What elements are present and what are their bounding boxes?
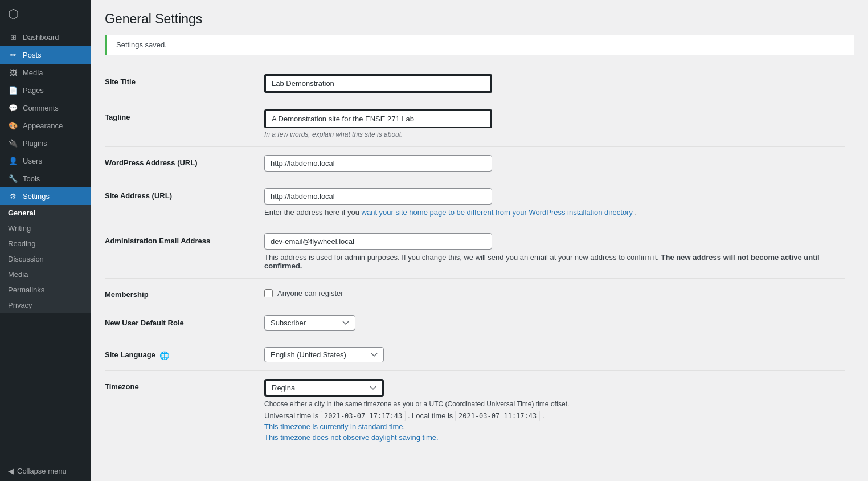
site-address-field: Enter the address here if you want your … [264,188,845,217]
site-language-field: English (United States) [264,347,845,362]
settings-icon: ⚙ [8,192,18,201]
main-content: General Settings Settings saved. Site Ti… [91,0,868,481]
plugins-icon: 🔌 [8,139,18,148]
membership-checkbox-label: Anyone can register [277,289,343,297]
dashboard-icon: ⊞ [8,33,18,42]
collapse-menu-button[interactable]: ◀ Collapse menu [0,461,91,481]
new-user-role-label: New User Default Role [105,315,264,327]
timezone-select[interactable]: Regina UTC America/Chicago America/New_Y… [264,379,384,397]
tagline-description: In a few words, explain what this site i… [264,131,845,138]
sidebar-item-label: Posts [23,51,42,59]
membership-field: Anyone can register [264,287,845,297]
sidebar-item-dashboard[interactable]: ⊞ Dashboard [0,28,91,46]
timezone-description: Choose either a city in the same timezon… [264,400,845,408]
site-language-select[interactable]: English (United States) [264,347,384,362]
wp-address-row: WordPress Address (URL) [105,147,845,180]
sidebar-item-users[interactable]: 👤 Users [0,152,91,170]
new-user-role-row: New User Default Role Subscriber Contrib… [105,307,845,339]
sidebar-item-appearance[interactable]: 🎨 Appearance [0,117,91,134]
timezone-row: Timezone Regina UTC America/Chicago Amer… [105,371,845,450]
appearance-icon: 🎨 [8,121,18,130]
site-address-link[interactable]: want your site home page to be different… [362,208,633,217]
site-title-field [264,74,845,93]
pages-icon: 📄 [8,86,18,95]
posts-icon: ✏ [8,51,18,59]
local-time: 2021-03-07 11:17:43 [455,411,540,421]
collapse-label: Collapse menu [17,467,67,475]
sidebar-item-label: Dashboard [23,33,59,42]
sidebar: ⬡ ⊞ Dashboard ✏ Posts 🖼 Media 📄 Pages 💬 … [0,0,91,481]
submenu-item-writing[interactable]: Writing [0,221,91,236]
tz-daylight-note-link[interactable]: This timezone does not observe daylight … [264,433,845,442]
submenu-item-media[interactable]: Media [0,267,91,282]
sidebar-item-label: Plugins [23,139,47,148]
membership-label: Membership [105,287,264,299]
tools-icon: 🔧 [8,174,18,183]
new-user-role-select[interactable]: Subscriber Contributor Author Editor Adm… [264,315,355,331]
site-title-label: Site Title [105,74,264,86]
membership-checkbox-row: Anyone can register [264,287,845,297]
tagline-label: Tagline [105,109,264,121]
sidebar-item-label: Appearance [23,121,63,130]
timezone-field: Regina UTC America/Chicago America/New_Y… [264,379,845,442]
new-user-role-field: Subscriber Contributor Author Editor Adm… [264,315,845,331]
comments-icon: 💬 [8,104,18,112]
sidebar-item-comments[interactable]: 💬 Comments [0,99,91,117]
site-address-row: Site Address (URL) Enter the address her… [105,180,845,225]
admin-email-row: Administration Email Address This addres… [105,225,845,279]
site-language-row: Site Language 🌐 English (United States) [105,339,845,371]
admin-email-note: This address is used for admin purposes.… [264,253,845,270]
page-title: General Settings [105,11,854,27]
sidebar-item-label: Settings [23,192,50,201]
site-address-label: Site Address (URL) [105,188,264,200]
sidebar-item-plugins[interactable]: 🔌 Plugins [0,134,91,152]
language-icon: 🌐 [159,351,169,360]
site-address-note: Enter the address here if you want your … [264,208,845,217]
sidebar-item-settings[interactable]: ⚙ Settings [0,187,91,205]
sidebar-item-tools[interactable]: 🔧 Tools [0,170,91,187]
sidebar-item-label: Media [23,68,43,77]
sidebar-item-label: Users [23,157,42,165]
settings-submenu: General Writing Reading Discussion Media… [0,205,91,313]
site-address-input[interactable] [264,188,492,205]
sidebar-item-pages[interactable]: 📄 Pages [0,81,91,99]
submenu-item-permalinks[interactable]: Permalinks [0,282,91,297]
sidebar-item-label: Tools [23,174,40,183]
timezone-time-info: Universal time is 2021-03-07 17:17:43 . … [264,411,845,420]
wp-address-field [264,155,845,172]
wp-logo-icon: ⬡ [8,7,19,22]
wp-logo: ⬡ [0,0,91,28]
submenu-item-reading[interactable]: Reading [0,236,91,251]
membership-row: Membership Anyone can register [105,279,845,307]
sidebar-item-media[interactable]: 🖼 Media [0,64,91,81]
wp-address-input[interactable] [264,155,492,172]
tagline-field: In a few words, explain what this site i… [264,109,845,138]
sidebar-item-label: Comments [23,104,59,112]
site-title-row: Site Title [105,66,845,101]
admin-email-label: Administration Email Address [105,233,264,245]
universal-time: 2021-03-07 17:17:43 [321,411,406,421]
membership-checkbox[interactable] [264,289,273,297]
settings-saved-notice: Settings saved. [105,35,854,55]
submenu-item-privacy[interactable]: Privacy [0,297,91,313]
users-icon: 👤 [8,157,18,165]
tz-standard-time-link[interactable]: This timezone is currently in standard t… [264,422,845,431]
site-language-label: Site Language 🌐 [105,347,264,360]
settings-form: Site Title Tagline In a few words, expla… [105,66,845,450]
sidebar-item-label: Pages [23,86,44,95]
wp-address-label: WordPress Address (URL) [105,155,264,167]
admin-email-input[interactable] [264,233,492,250]
tagline-row: Tagline In a few words, explain what thi… [105,101,845,147]
collapse-icon: ◀ [8,467,14,475]
sidebar-item-posts[interactable]: ✏ Posts [0,46,91,64]
submenu-item-discussion[interactable]: Discussion [0,251,91,267]
tagline-input[interactable] [264,109,492,128]
submenu-item-general[interactable]: General [0,205,91,221]
timezone-label: Timezone [105,379,264,391]
admin-email-field: This address is used for admin purposes.… [264,233,845,270]
media-icon: 🖼 [8,68,18,77]
site-title-input[interactable] [264,74,492,93]
